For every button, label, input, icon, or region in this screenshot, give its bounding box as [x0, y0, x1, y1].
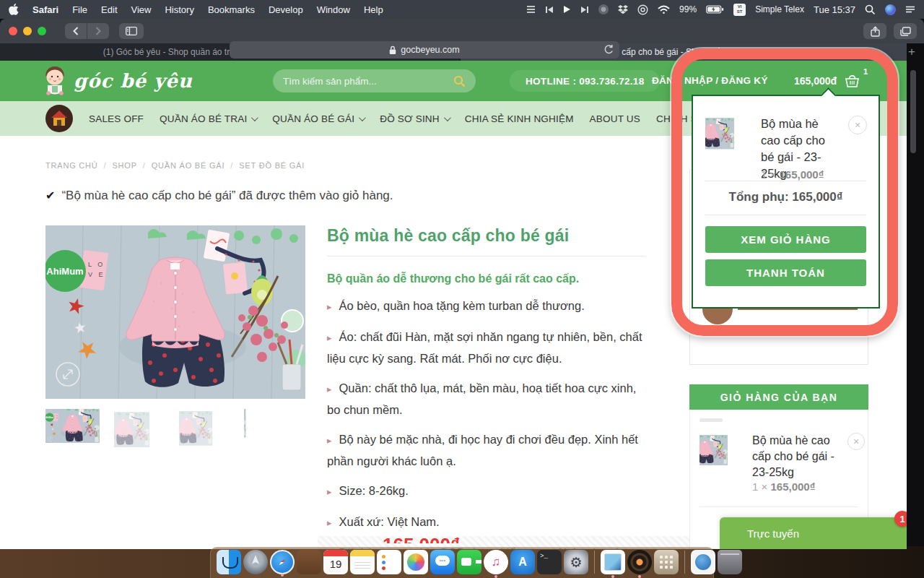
- breadcrumb-shop[interactable]: SHOP: [112, 161, 136, 170]
- dock-messages-icon[interactable]: [430, 550, 455, 574]
- minimize-window-button[interactable]: [23, 27, 32, 35]
- reload-icon[interactable]: [603, 44, 614, 55]
- hotline-label[interactable]: HOTLINE : 093.736.72.18: [510, 70, 660, 92]
- dock-downloads-icon[interactable]: [691, 550, 715, 574]
- dock-preview-icon[interactable]: [601, 550, 625, 574]
- nav-about-us[interactable]: ABOUT US: [590, 113, 640, 124]
- forward-button[interactable]: [87, 23, 109, 39]
- scrollbar-thumb[interactable]: [910, 70, 916, 153]
- back-button[interactable]: [65, 23, 87, 39]
- apple-menu-icon[interactable]: [9, 4, 19, 15]
- product-thumbnail-3[interactable]: [179, 409, 230, 460]
- dock-photos-icon[interactable]: [404, 550, 428, 574]
- breadcrumb-category[interactable]: QUẦN ÁO BÉ GÁI: [152, 161, 225, 170]
- lock-icon: [389, 46, 396, 55]
- menu-help[interactable]: Help: [364, 4, 383, 15]
- product-bullet: Xuất xứ: Việt Nam.: [327, 512, 646, 533]
- dock-trash-icon[interactable]: [718, 550, 742, 574]
- nav-chia-se-kinh-nghiem[interactable]: CHIA SẺ KINH NGHIỆM: [465, 113, 574, 124]
- breadcrumb-home[interactable]: TRANG CHỦ: [45, 161, 98, 170]
- nav-sales-off[interactable]: SALES OFF: [89, 113, 144, 124]
- close-window-button[interactable]: [9, 27, 17, 35]
- dock-folder-icon[interactable]: [297, 550, 321, 574]
- chevron-down-icon: [251, 114, 258, 121]
- search-icon[interactable]: [453, 75, 466, 87]
- drag-handle: [699, 418, 723, 422]
- chevron-down-icon: [444, 114, 451, 121]
- remove-item-icon[interactable]: ×: [847, 433, 865, 450]
- dock-app-store-icon[interactable]: [510, 550, 535, 574]
- battery-percent: 99%: [679, 4, 697, 14]
- product-bullet: Quần: chất thô lụa, mát, bền màu, hoạ ti…: [327, 378, 646, 420]
- battery-icon: [706, 5, 724, 14]
- check-icon: ✔: [45, 189, 55, 202]
- dock-safari-icon[interactable]: [270, 550, 295, 574]
- new-tab-button[interactable]: +: [908, 45, 915, 59]
- menu-view[interactable]: View: [131, 4, 152, 15]
- menu-window[interactable]: Window: [317, 4, 350, 15]
- nav-quan-ao-be-trai[interactable]: QUẦN ÁO BÉ TRAI: [160, 113, 256, 124]
- menu-edit[interactable]: Edit: [101, 4, 117, 15]
- wifi-icon[interactable]: [658, 5, 670, 14]
- dock-terminal-icon[interactable]: [537, 550, 562, 574]
- tab-overview-button[interactable]: [894, 23, 917, 39]
- at-circle-icon[interactable]: [637, 4, 648, 15]
- menu-history[interactable]: History: [165, 4, 193, 15]
- dock-calendar-icon[interactable]: 19: [323, 550, 348, 574]
- product-bullet: Áo: chất đũi Hàn, mặt sợi nhăn ngang tự …: [327, 327, 646, 368]
- zoom-window-button[interactable]: [38, 27, 46, 35]
- play-icon[interactable]: [563, 5, 571, 14]
- sidebar-toggle-button[interactable]: [119, 23, 144, 39]
- address-bar[interactable]: gocbeyeu.com: [230, 41, 619, 59]
- product-search-box: [273, 69, 476, 92]
- next-track-icon[interactable]: [580, 6, 589, 14]
- creative-cloud-icon[interactable]: [598, 4, 609, 14]
- live-chat-widget[interactable]: Trực tuyến 1: [720, 517, 907, 549]
- cart-item-name[interactable]: Bộ mùa hè cao cấp cho bé gái - 23-25kg: [752, 433, 840, 480]
- previous-track-icon[interactable]: [545, 6, 554, 14]
- spotlight-search-icon[interactable]: [865, 4, 876, 15]
- cart-item-thumbnail[interactable]: [699, 433, 745, 480]
- macos-menu-bar: Safari File Edit View History Bookmarks …: [0, 0, 924, 19]
- dock-finder-icon[interactable]: [217, 550, 241, 574]
- nav-quan-ao-be-gai[interactable]: QUẦN ÁO BÉ GÁI: [272, 113, 364, 124]
- baby-logo-icon: [42, 65, 68, 97]
- dock-launchpad-icon[interactable]: [243, 550, 268, 574]
- playlist-icon[interactable]: [526, 5, 536, 14]
- dock-speaker-app-icon[interactable]: [627, 550, 652, 574]
- menu-file[interactable]: File: [72, 4, 87, 15]
- product-info: Bộ mùa hè cao cấp cho bé gái Bộ quần áo …: [327, 226, 646, 549]
- product-thumbnail-2[interactable]: [114, 409, 165, 460]
- input-source-label[interactable]: Simple Telex: [755, 4, 804, 14]
- dock-notes-icon[interactable]: [350, 550, 375, 574]
- divider: [699, 506, 858, 507]
- share-button[interactable]: [863, 23, 886, 39]
- sidebar-cart-heading: GIỎ HÀNG CỦA BẠN: [689, 384, 868, 410]
- dock-system-preferences-icon[interactable]: [564, 550, 588, 574]
- chevron-down-icon: [359, 114, 366, 121]
- dock-music-icon[interactable]: [484, 550, 508, 574]
- nav-do-so-sinh[interactable]: ĐỒ SƠ SINH: [380, 113, 449, 124]
- menu-bar-clock[interactable]: Tue 15:37: [814, 4, 855, 15]
- search-input[interactable]: [283, 76, 453, 87]
- input-source-icon[interactable]: VI ST: [733, 4, 746, 16]
- siri-icon[interactable]: [885, 4, 896, 15]
- added-to-cart-message: ✔“Bộ mùa hè cao cấp cho bé gái” đã được …: [45, 189, 393, 203]
- dock-reminders-icon[interactable]: [377, 550, 401, 574]
- dock-separator: [594, 551, 595, 574]
- screen: L O V E: [0, 0, 924, 578]
- menu-bookmarks[interactable]: Bookmarks: [208, 4, 255, 15]
- safari-toolbar: gocbeyeu.com: [0, 19, 924, 43]
- menu-develop[interactable]: Develop: [269, 4, 303, 15]
- home-icon[interactable]: [45, 105, 73, 132]
- product-main-image[interactable]: [45, 225, 305, 399]
- product-thumbnails: [45, 409, 295, 460]
- dock-calculator-icon[interactable]: [654, 550, 679, 574]
- product-thumbnail-1[interactable]: [45, 409, 100, 443]
- dock-facetime-icon[interactable]: [457, 550, 481, 574]
- notification-center-icon[interactable]: [905, 5, 915, 14]
- site-logo[interactable]: góc bé yêu: [42, 65, 193, 97]
- product-thumbnail-4[interactable]: [244, 409, 295, 460]
- dropbox-icon[interactable]: [618, 5, 628, 14]
- menu-safari[interactable]: Safari: [32, 4, 58, 15]
